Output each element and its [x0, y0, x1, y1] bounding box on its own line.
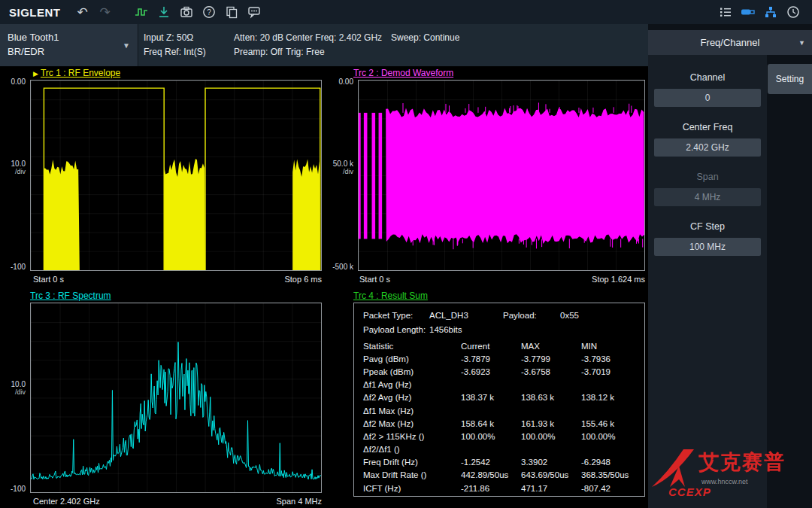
status-field-sweep: Sweep: Continue	[391, 31, 459, 45]
trace2-title-text: Trc 2 : Demod Waveform	[353, 68, 453, 78]
table-cell: 100.00%	[521, 432, 581, 441]
brand-logo: SIGLENT	[0, 6, 71, 19]
watermark-cn-text: 艾克赛普	[698, 449, 786, 476]
trace-marker-icon: ▶	[33, 70, 38, 78]
trace4-title[interactable]: Trc 4 : Result Sum	[353, 291, 428, 301]
trace4-title-text: Trc 4 : Result Sum	[353, 291, 428, 301]
col-max: MAX	[521, 342, 581, 351]
trace3-title-text: Trc 3 : RF Spectrum	[30, 291, 111, 301]
table-row: Δf1 Max (Hz)	[354, 404, 644, 417]
table-row: Freq Drift (Hz)-1.25423.3902-6.2948	[354, 456, 644, 469]
table-cell: -807.42	[581, 484, 644, 493]
status-preamp: Preamp: Off	[234, 45, 283, 59]
sidebar-item-centerfreq-value[interactable]: 2.402 GHz	[654, 138, 761, 157]
trc2-x-stop: Stop 1.624 ms	[562, 275, 645, 284]
table-cell: -3.7019	[581, 367, 644, 376]
col-statistic: Statistic	[363, 342, 461, 351]
signal-button[interactable]	[130, 0, 153, 24]
status-field-input: Input Z: 50Ω Freq Ref: Int(S)	[144, 31, 206, 59]
sidebar-item-channel-value[interactable]: 0	[654, 89, 761, 107]
status-input-z: Input Z: 50Ω	[144, 31, 206, 45]
table-header: Statistic Current MAX MIN	[354, 339, 644, 352]
table-cell: ICFT (Hz)	[363, 484, 461, 493]
table-cell: 100.00%	[581, 432, 644, 441]
lan-status-button[interactable]	[759, 0, 782, 24]
table-cell: Δf1 Avg (Hz)	[363, 380, 461, 389]
table-cell: Δf2 Max (Hz)	[363, 419, 461, 428]
copy-icon	[224, 5, 239, 20]
usb-icon	[740, 5, 756, 20]
table-row: Δf2 Max (Hz)158.64 k161.93 k155.46 k	[354, 417, 644, 430]
status-sweep: Sweep: Continue	[391, 31, 459, 45]
trace3-title[interactable]: Trc 3 : RF Spectrum	[30, 291, 111, 301]
trc3-y-bottom: -100	[2, 485, 26, 493]
copy-button[interactable]	[220, 0, 243, 24]
table-cell: 368.35/50us	[581, 470, 644, 479]
payload-length-row: Payload Length: 1456bits	[354, 322, 644, 336]
trc1-y-div-unit: /div	[2, 168, 26, 175]
table-row: Pavg (dBm)-3.7879-3.7799-3.7936	[354, 352, 644, 365]
table-row: Δf1 Avg (Hz)	[354, 379, 644, 391]
menu-list-button[interactable]	[714, 0, 737, 24]
table-cell: 138.63 k	[521, 393, 581, 402]
trc1-y-div: 10.0	[2, 160, 26, 168]
table-cell: 442.89/50us	[461, 470, 521, 479]
help-button[interactable]: ?	[198, 0, 220, 24]
table-cell: 155.46 k	[581, 419, 644, 428]
payload-value: 0x55	[560, 311, 644, 320]
mode-sub: BR/EDR	[8, 44, 130, 59]
table-cell: -3.7799	[521, 354, 581, 364]
message-button[interactable]	[243, 0, 265, 24]
trc2-y-bottom: -500 k	[329, 263, 353, 271]
mode-name: Blue Tooth1	[8, 30, 130, 44]
table-cell: -3.6758	[521, 367, 581, 376]
help-icon: ?	[201, 5, 217, 20]
history-button[interactable]	[782, 0, 804, 24]
payload-length-value: 1456bits	[429, 325, 503, 334]
trc1-y-top: 0.00	[2, 78, 26, 86]
table-cell: 138.12 k	[581, 393, 644, 402]
sidebar-item-cfstep-value[interactable]: 100 MHz	[654, 238, 761, 256]
table-cell: Δf2 Avg (Hz)	[363, 393, 461, 402]
trc3-y-div-unit: /div	[2, 388, 26, 396]
table-cell: -1.2542	[461, 458, 521, 467]
table-cell: 3.3902	[521, 458, 581, 467]
tab-setting[interactable]: Setting	[768, 64, 812, 94]
sidebar-item-span-label: Span	[648, 172, 767, 182]
table-row: ICFT (Hz)-211.86471.17-807.42	[354, 482, 644, 494]
trace2-title[interactable]: Trc 2 : Demod Waveform	[353, 68, 453, 78]
trace1-title[interactable]: ▶Trc 1 : RF Envelope	[33, 68, 120, 78]
table-cell: -3.7879	[461, 354, 521, 364]
undo-button[interactable]: ↶	[71, 0, 94, 24]
table-cell: 158.64 k	[461, 419, 521, 428]
usb-status-button[interactable]	[737, 0, 759, 24]
menu-title-dropdown[interactable]: Freq/Channel ▼	[648, 30, 812, 55]
accexp-logo-icon	[650, 446, 698, 491]
camera-icon	[179, 5, 194, 20]
rf-spectrum-trace	[31, 303, 321, 492]
lan-icon	[763, 5, 778, 20]
status-atten: Atten: 20 dB	[234, 31, 283, 45]
load-button[interactable]	[153, 0, 175, 24]
status-freq-ref: Freq Ref: Int(S)	[144, 45, 206, 59]
result-summary-panel: Packet Type: ACL_DH3 Payload: 0x55 Paylo…	[353, 303, 645, 497]
tab-setting-label: Setting	[776, 74, 804, 84]
payload-label: Payload:	[503, 311, 560, 320]
redo-button[interactable]: ↷	[94, 0, 117, 24]
load-icon	[156, 5, 171, 20]
demod-waveform-plot	[358, 80, 645, 271]
table-cell: -6.2948	[581, 458, 644, 467]
watermark-latin-text: CCEXP	[668, 485, 711, 498]
packet-type-label: Packet Type:	[363, 311, 429, 320]
sidebar-item-centerfreq-label: Center Freq	[648, 122, 767, 132]
result-table-rows: Pavg (dBm)-3.7879-3.7799-3.7936Ppeak (dB…	[354, 352, 644, 494]
trc2-y-div-unit: /div	[329, 168, 353, 175]
trc1-y-bottom: -100	[2, 263, 26, 271]
packet-type-value: ACL_DH3	[429, 311, 503, 320]
table-cell: 100.00%	[461, 432, 521, 441]
screenshot-button[interactable]	[175, 0, 198, 24]
table-cell: Δf1 Max (Hz)	[363, 406, 461, 415]
measure-mode-dropdown[interactable]: Blue Tooth1 BR/EDR ▼	[0, 24, 138, 66]
sidebar-item-cfstep-label: CF Step	[648, 221, 767, 232]
sidebar-item-span-value: 4 MHz	[654, 188, 761, 206]
